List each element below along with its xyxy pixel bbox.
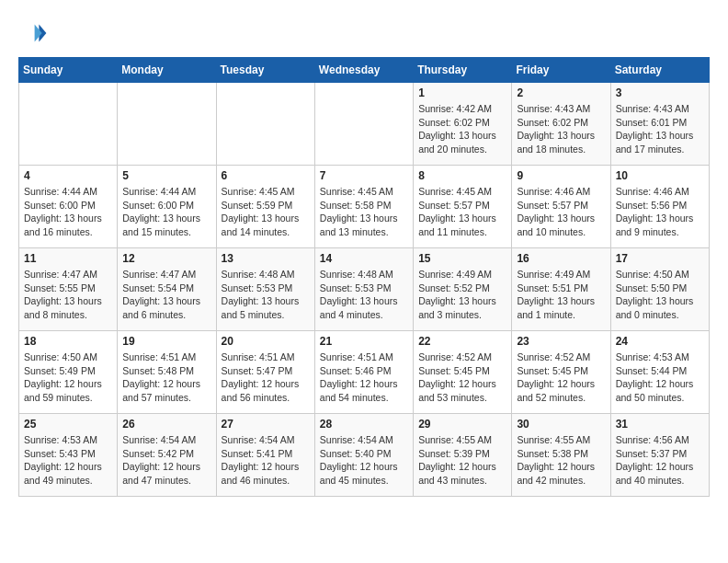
day-info: Sunrise: 4:54 AM Sunset: 5:42 PM Dayligh… (122, 433, 210, 488)
day-info: Sunrise: 4:46 AM Sunset: 5:56 PM Dayligh… (616, 185, 704, 239)
calendar-cell: 14Sunrise: 4:48 AM Sunset: 5:53 PM Dayli… (314, 248, 413, 331)
day-info: Sunrise: 4:45 AM Sunset: 5:59 PM Dayligh… (222, 185, 310, 239)
day-number: 5 (122, 169, 210, 182)
calendar-week-3: 11Sunrise: 4:47 AM Sunset: 5:55 PM Dayli… (19, 248, 710, 331)
day-number: 8 (418, 169, 506, 182)
calendar-cell: 18Sunrise: 4:50 AM Sunset: 5:49 PM Dayli… (19, 331, 118, 414)
day-number: 18 (24, 335, 112, 348)
calendar-cell: 8Sunrise: 4:45 AM Sunset: 5:57 PM Daylig… (414, 166, 512, 248)
weekday-header-saturday: Saturday (610, 58, 709, 83)
calendar-cell: 22Sunrise: 4:52 AM Sunset: 5:45 PM Dayli… (414, 331, 512, 414)
logo-icon (18, 18, 48, 48)
day-number: 12 (122, 252, 210, 265)
calendar-cell: 6Sunrise: 4:45 AM Sunset: 5:59 PM Daylig… (216, 166, 314, 248)
weekday-header-wednesday: Wednesday (314, 58, 413, 83)
weekday-header-friday: Friday (512, 58, 610, 83)
day-number: 1 (418, 86, 506, 99)
day-number: 23 (517, 335, 605, 348)
calendar-cell: 5Sunrise: 4:44 AM Sunset: 6:00 PM Daylig… (118, 166, 216, 248)
day-number: 17 (616, 252, 704, 265)
page-header (18, 18, 710, 48)
calendar-header: SundayMondayTuesdayWednesdayThursdayFrid… (19, 58, 710, 83)
day-info: Sunrise: 4:52 AM Sunset: 5:45 PM Dayligh… (517, 350, 605, 405)
calendar-cell (19, 83, 118, 166)
day-info: Sunrise: 4:56 AM Sunset: 5:37 PM Dayligh… (616, 433, 704, 488)
day-number: 29 (418, 418, 506, 431)
logo (18, 18, 53, 48)
day-info: Sunrise: 4:54 AM Sunset: 5:41 PM Dayligh… (222, 433, 310, 488)
day-number: 27 (222, 418, 310, 431)
weekday-header-thursday: Thursday (414, 58, 512, 83)
calendar-cell: 13Sunrise: 4:48 AM Sunset: 5:53 PM Dayli… (216, 248, 314, 331)
calendar-cell (314, 83, 413, 166)
calendar-cell: 16Sunrise: 4:49 AM Sunset: 5:51 PM Dayli… (512, 248, 610, 331)
calendar-week-5: 25Sunrise: 4:53 AM Sunset: 5:43 PM Dayli… (19, 414, 710, 497)
weekday-header-tuesday: Tuesday (216, 58, 314, 83)
day-info: Sunrise: 4:47 AM Sunset: 5:54 PM Dayligh… (122, 268, 210, 322)
day-info: Sunrise: 4:53 AM Sunset: 5:43 PM Dayligh… (24, 433, 112, 488)
day-number: 6 (222, 169, 310, 182)
day-number: 3 (616, 86, 704, 99)
day-info: Sunrise: 4:54 AM Sunset: 5:40 PM Dayligh… (320, 433, 408, 488)
calendar-cell: 1Sunrise: 4:42 AM Sunset: 6:02 PM Daylig… (414, 83, 512, 166)
day-info: Sunrise: 4:48 AM Sunset: 5:53 PM Dayligh… (320, 268, 408, 322)
calendar-cell: 9Sunrise: 4:46 AM Sunset: 5:57 PM Daylig… (512, 166, 610, 248)
day-info: Sunrise: 4:49 AM Sunset: 5:52 PM Dayligh… (418, 268, 506, 322)
day-info: Sunrise: 4:45 AM Sunset: 5:58 PM Dayligh… (320, 185, 408, 239)
day-info: Sunrise: 4:51 AM Sunset: 5:47 PM Dayligh… (222, 350, 310, 405)
day-info: Sunrise: 4:44 AM Sunset: 6:00 PM Dayligh… (122, 185, 210, 239)
calendar-cell: 10Sunrise: 4:46 AM Sunset: 5:56 PM Dayli… (610, 166, 709, 248)
calendar-cell: 24Sunrise: 4:53 AM Sunset: 5:44 PM Dayli… (610, 331, 709, 414)
calendar-table: SundayMondayTuesdayWednesdayThursdayFrid… (18, 57, 710, 497)
calendar-cell: 26Sunrise: 4:54 AM Sunset: 5:42 PM Dayli… (118, 414, 216, 497)
weekday-header-sunday: Sunday (19, 58, 118, 83)
calendar-cell: 11Sunrise: 4:47 AM Sunset: 5:55 PM Dayli… (19, 248, 118, 331)
day-info: Sunrise: 4:53 AM Sunset: 5:44 PM Dayligh… (616, 350, 704, 405)
calendar-cell (216, 83, 314, 166)
weekday-header-monday: Monday (118, 58, 216, 83)
day-number: 30 (517, 418, 605, 431)
day-info: Sunrise: 4:49 AM Sunset: 5:51 PM Dayligh… (517, 268, 605, 322)
day-info: Sunrise: 4:44 AM Sunset: 6:00 PM Dayligh… (24, 185, 112, 239)
calendar-cell: 29Sunrise: 4:55 AM Sunset: 5:39 PM Dayli… (414, 414, 512, 497)
day-info: Sunrise: 4:42 AM Sunset: 6:02 PM Dayligh… (418, 102, 506, 156)
calendar-week-4: 18Sunrise: 4:50 AM Sunset: 5:49 PM Dayli… (19, 331, 710, 414)
day-info: Sunrise: 4:50 AM Sunset: 5:49 PM Dayligh… (24, 350, 112, 405)
calendar-cell: 4Sunrise: 4:44 AM Sunset: 6:00 PM Daylig… (19, 166, 118, 248)
calendar-cell: 17Sunrise: 4:50 AM Sunset: 5:50 PM Dayli… (610, 248, 709, 331)
day-info: Sunrise: 4:45 AM Sunset: 5:57 PM Dayligh… (418, 185, 506, 239)
calendar-cell: 28Sunrise: 4:54 AM Sunset: 5:40 PM Dayli… (314, 414, 413, 497)
day-info: Sunrise: 4:51 AM Sunset: 5:48 PM Dayligh… (122, 350, 210, 405)
day-number: 31 (616, 418, 704, 431)
day-info: Sunrise: 4:55 AM Sunset: 5:38 PM Dayligh… (517, 433, 605, 488)
calendar-week-1: 1Sunrise: 4:42 AM Sunset: 6:02 PM Daylig… (19, 83, 710, 166)
day-number: 10 (616, 169, 704, 182)
calendar-body: 1Sunrise: 4:42 AM Sunset: 6:02 PM Daylig… (19, 83, 710, 497)
day-number: 25 (24, 418, 112, 431)
day-info: Sunrise: 4:55 AM Sunset: 5:39 PM Dayligh… (418, 433, 506, 488)
calendar-week-2: 4Sunrise: 4:44 AM Sunset: 6:00 PM Daylig… (19, 166, 710, 248)
day-info: Sunrise: 4:50 AM Sunset: 5:50 PM Dayligh… (616, 268, 704, 322)
calendar-cell (118, 83, 216, 166)
day-info: Sunrise: 4:47 AM Sunset: 5:55 PM Dayligh… (24, 268, 112, 322)
day-number: 9 (517, 169, 605, 182)
calendar-cell: 27Sunrise: 4:54 AM Sunset: 5:41 PM Dayli… (216, 414, 314, 497)
day-number: 28 (320, 418, 408, 431)
day-number: 22 (418, 335, 506, 348)
day-number: 4 (24, 169, 112, 182)
calendar-cell: 3Sunrise: 4:43 AM Sunset: 6:01 PM Daylig… (610, 83, 709, 166)
day-number: 24 (616, 335, 704, 348)
day-info: Sunrise: 4:46 AM Sunset: 5:57 PM Dayligh… (517, 185, 605, 239)
calendar-cell: 15Sunrise: 4:49 AM Sunset: 5:52 PM Dayli… (414, 248, 512, 331)
calendar-cell: 21Sunrise: 4:51 AM Sunset: 5:46 PM Dayli… (314, 331, 413, 414)
day-number: 7 (320, 169, 408, 182)
calendar-cell: 31Sunrise: 4:56 AM Sunset: 5:37 PM Dayli… (610, 414, 709, 497)
weekday-row: SundayMondayTuesdayWednesdayThursdayFrid… (19, 58, 710, 83)
calendar-cell: 7Sunrise: 4:45 AM Sunset: 5:58 PM Daylig… (314, 166, 413, 248)
calendar-cell: 30Sunrise: 4:55 AM Sunset: 5:38 PM Dayli… (512, 414, 610, 497)
day-number: 21 (320, 335, 408, 348)
calendar-cell: 2Sunrise: 4:43 AM Sunset: 6:02 PM Daylig… (512, 83, 610, 166)
day-number: 20 (222, 335, 310, 348)
day-number: 16 (517, 252, 605, 265)
calendar-cell: 19Sunrise: 4:51 AM Sunset: 5:48 PM Dayli… (118, 331, 216, 414)
